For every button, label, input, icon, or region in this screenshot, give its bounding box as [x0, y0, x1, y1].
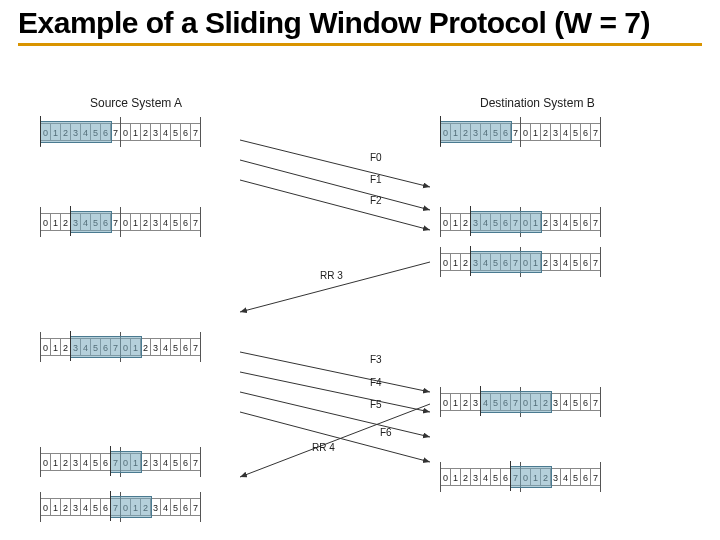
sequence-strip-B: 0123456701234567 — [440, 467, 616, 487]
message-arrow — [240, 392, 430, 437]
pointer-bar — [510, 461, 511, 491]
message-label-f0: F0 — [370, 152, 382, 163]
message-arrow — [240, 140, 430, 187]
sequence-strip-A: 0123456701234567 — [40, 212, 216, 232]
pointer-bar — [470, 246, 471, 276]
message-arrow — [240, 372, 430, 412]
diagram-canvas: Source System A Destination System B 012… — [0, 92, 720, 540]
title-block: Example of a Sliding Window Protocol (W … — [0, 0, 720, 50]
message-label-rr3: RR 3 — [320, 270, 343, 281]
label-dest-system: Destination System B — [480, 96, 595, 110]
pointer-bar — [480, 386, 481, 416]
sequence-strip-B: 0123456701234567 — [440, 252, 616, 272]
pointer-bar — [70, 331, 71, 361]
sequence-strip-B: 0123456701234567 — [440, 392, 616, 412]
message-label-f1: F1 — [370, 174, 382, 185]
sequence-strip-A: 0123456701234567 — [40, 452, 216, 472]
pointer-bar — [40, 116, 41, 146]
message-label-f4: F4 — [370, 377, 382, 388]
message-arrow — [240, 412, 430, 462]
message-label-f6: F6 — [380, 427, 392, 438]
message-label-rr4: RR 4 — [312, 442, 335, 453]
pointer-bar — [110, 446, 111, 476]
pointer-bar — [470, 206, 471, 236]
message-label-f2: F2 — [370, 195, 382, 206]
message-arrow — [240, 404, 430, 477]
message-arrow — [240, 180, 430, 230]
pointer-bar — [70, 206, 71, 236]
sequence-strip-A: 0123456701234567 — [40, 337, 216, 357]
label-source-system: Source System A — [90, 96, 182, 110]
pointer-bar — [110, 491, 111, 521]
sequence-strip-A: 0123456701234567 — [40, 497, 216, 517]
message-arrow — [240, 160, 430, 210]
title-underline — [18, 43, 702, 46]
sequence-strip-A: 0123456701234567 — [40, 122, 216, 142]
message-arrow — [240, 352, 430, 392]
sequence-strip-B: 0123456701234567 — [440, 212, 616, 232]
message-label-f3: F3 — [370, 354, 382, 365]
message-label-f5: F5 — [370, 399, 382, 410]
pointer-bar — [440, 116, 441, 146]
slide-title: Example of a Sliding Window Protocol (W … — [18, 6, 702, 41]
sequence-strip-B: 0123456701234567 — [440, 122, 616, 142]
